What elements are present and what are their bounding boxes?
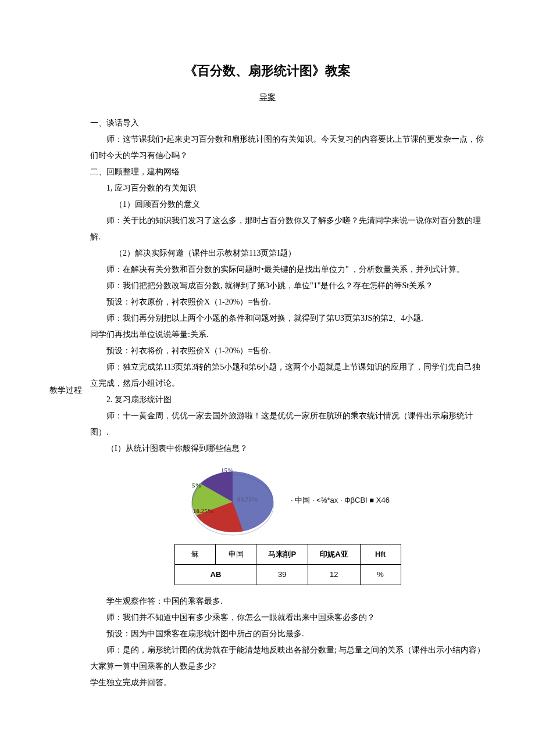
subsection-heading: 1, 应习百分数的有关知识 bbox=[90, 180, 486, 196]
paragraph: 同学们再找出单位说说等量:关系. bbox=[90, 327, 486, 343]
chart-legend: · 中国 · <⅜*ax · ΦβCBI ■ X46 bbox=[291, 493, 390, 508]
page-title: 《百分数、扇形统计图》教案 bbox=[49, 58, 486, 84]
paragraph: 学生观察作答：中国的乘客最多. bbox=[90, 593, 486, 610]
paragraph: 师：关于比的知识我们发习了这么多，那时占百分数你又了解多少嗟？先清同学来说一说你… bbox=[90, 213, 486, 245]
pie-slice-label: 63.75% bbox=[237, 493, 258, 506]
paragraph: 师：我们并不知道中国有多少乘客，你怎么一眼就看出来中国乘客必多的？ bbox=[90, 610, 486, 626]
pie-chart: 15% 5% 16.25% 63.75% bbox=[186, 463, 279, 538]
paragraph: 师：在解决有关分数和百分数的实际问题时•最关键的是找出单位力" ，分析数量关系，… bbox=[90, 261, 486, 278]
paragraph: （I）从统计图表中你般得到哪些信息？ bbox=[90, 440, 486, 457]
side-column-label: 教学过程 bbox=[49, 115, 90, 399]
paragraph: 师：独立完成第113页第3转的第5小题和第6小题，这两个小题就是上节课知识的应用… bbox=[90, 359, 486, 392]
item-heading: （2）解决实际何邀（课件出示教材第113页第I题） bbox=[90, 245, 486, 261]
paragraph: 师：我们再分别把以上两个小题的条件和问题对换，就得到了第U3页第3JS的第2、4… bbox=[90, 310, 486, 327]
document-body: 教学过程 一、谈话导入 师：这节课我们•起来史习百分数和扇形统计图的有关知识。今… bbox=[49, 115, 486, 691]
table-cell: 39 bbox=[256, 565, 308, 585]
paragraph: 师：我们把把分数改写成百分数, 就得到了第3小跳，单位"1"是什么？存在怎样的等… bbox=[90, 278, 486, 294]
table-cell: 马来削P bbox=[256, 544, 308, 565]
subsection-heading: 2. 复习扇形统计图 bbox=[90, 392, 486, 408]
section-1-heading: 一、谈话导入 bbox=[90, 115, 486, 131]
pie-chart-block: 15% 5% 16.25% 63.75% · 中国 · <⅜*ax · ΦβCB… bbox=[90, 463, 486, 538]
paragraph: 预设：衬衣原价，衬衣照价X（1-20%）=售价. bbox=[90, 294, 486, 310]
table-cell: AB bbox=[175, 565, 256, 585]
item-heading: （1）回顾百分数的意义 bbox=[90, 196, 486, 213]
pie-slice-label: 5% bbox=[192, 479, 202, 492]
main-content: 一、谈话导入 师：这节课我们•起来史习百分数和扇形统计图的有关知识。今天复习的内… bbox=[90, 115, 486, 691]
table-row: 稣 申国 马来削P 印妮A亚 Hft bbox=[175, 544, 401, 565]
paragraph: 学生独立完成并回答。 bbox=[90, 675, 486, 691]
paragraph: 师：这节课我们•起来史习百分数和扇形统计图的有关知识。今天复习的内容要比上节课的… bbox=[90, 131, 486, 164]
table-cell: Hft bbox=[360, 544, 401, 565]
paragraph: 师：是的，扇形统计图的优势就在于能清楚地反映出各部分数量; 与总量之间的关系（课… bbox=[90, 642, 486, 675]
paragraph: 师：十一黄金周，优优一家去国外旅游啦！这是优优一家所在肮班的乘衣统计情况（课件出… bbox=[90, 408, 486, 440]
table-cell: 申国 bbox=[216, 544, 256, 565]
table-cell: % bbox=[360, 565, 401, 585]
data-table: 稣 申国 马来削P 印妮A亚 Hft AB 39 12 % bbox=[174, 544, 401, 585]
paragraph: 预设：因为中国乘客在扇形统计图中所占的百分比最多. bbox=[90, 626, 486, 642]
table-cell: 12 bbox=[308, 565, 360, 585]
table-row: AB 39 12 % bbox=[175, 565, 401, 585]
pie-slice-label: 16.25% bbox=[193, 504, 214, 517]
paragraph: 预设：衬衣将价，衬衣照价X（1-20%）=售价. bbox=[90, 343, 486, 359]
section-2-heading: 二、回顾整理，建构网络 bbox=[90, 164, 486, 180]
page-subtitle: 导案 bbox=[49, 89, 486, 106]
table-cell: 印妮A亚 bbox=[308, 544, 360, 565]
table-cell: 稣 bbox=[175, 544, 216, 565]
pie-slice-label: 15% bbox=[221, 464, 234, 476]
